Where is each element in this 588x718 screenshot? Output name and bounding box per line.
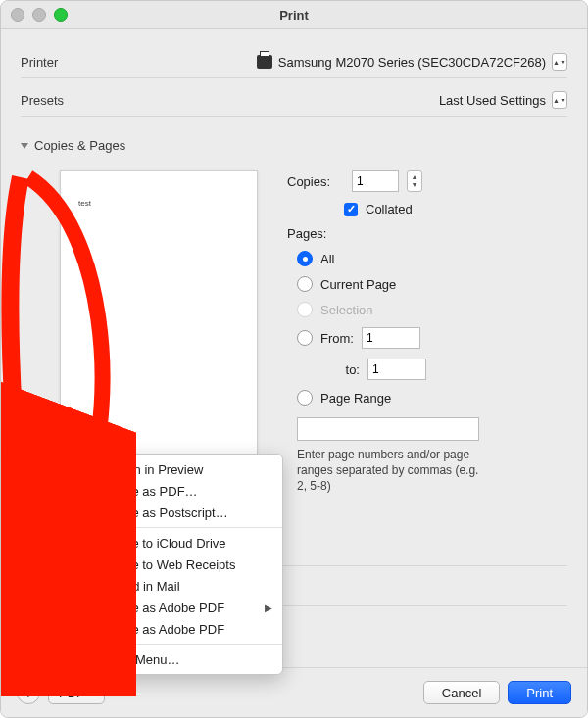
pages-selection-row: Selection: [297, 302, 567, 317]
chevron-down-icon: ⌄: [90, 688, 98, 697]
updown-arrows-icon: ▲▼: [552, 53, 567, 71]
pages-current-radio[interactable]: [297, 276, 313, 292]
pages-to-input[interactable]: [368, 359, 426, 380]
presets-label: Presets: [21, 93, 138, 108]
pages-range-input[interactable]: [297, 417, 479, 441]
titlebar: Print: [1, 1, 587, 29]
copies-stepper[interactable]: ▲▼: [407, 170, 422, 192]
pages-range-hint: Enter page numbers and/or page ranges se…: [297, 447, 483, 494]
printer-icon: [257, 55, 272, 69]
page-preview: test: [60, 170, 258, 456]
pages-all-row[interactable]: All: [297, 251, 567, 266]
pages-all-radio[interactable]: [297, 251, 313, 266]
prev-page-button[interactable]: ◀◀: [60, 475, 98, 497]
help-button[interactable]: ?: [17, 681, 40, 704]
pages-to-row: to:: [336, 359, 567, 380]
presets-popup[interactable]: Last Used Settings ▲▼: [138, 91, 567, 109]
menu-save-to-web-receipts[interactable]: Save to Web Receipts: [96, 553, 282, 575]
copies-row: Copies: ▲▼: [287, 170, 567, 192]
options-column: Copies: ▲▼ ✓ Collated Pages: All C: [287, 170, 567, 526]
pages-label: Pages:: [287, 226, 344, 241]
menu-save-as-postscript[interactable]: Save as Postscript…: [96, 502, 282, 523]
pdf-dropdown-menu: Open in Preview Save as PDF… Save as Pos…: [95, 454, 283, 675]
collated-checkbox[interactable]: ✓: [344, 203, 358, 216]
dialog-content: Printer Samsung M2070 Series (SEC30CDA72…: [1, 28, 587, 717]
cancel-button[interactable]: Cancel: [423, 681, 500, 704]
collated-label: Collated: [366, 202, 413, 216]
pages-range-row[interactable]: Page Range: [297, 390, 567, 406]
pages-current-row[interactable]: Current Page: [297, 276, 567, 292]
microsoft-section-title: Microsoft: [32, 574, 84, 589]
pages-range-label: Page Range: [320, 391, 391, 406]
disclosure-right-icon: [21, 577, 26, 585]
dialog-footer: ? PDF ⌄ Cancel Print: [1, 667, 587, 717]
menu-save-as-adobe-pdf-1[interactable]: Save as Adobe PDF ▶: [96, 597, 282, 618]
pages-selection-label: Selection: [320, 303, 372, 317]
pages-range-radio[interactable]: [297, 390, 313, 406]
presets-row: Presets Last Used Settings ▲▼: [21, 84, 567, 117]
updown-arrows-icon: ▲▼: [552, 91, 567, 109]
menu-save-as-adobe-pdf-2[interactable]: Save as Adobe PDF: [96, 618, 282, 640]
pages-label-row: Pages:: [287, 226, 567, 241]
pages-from-radio[interactable]: [297, 330, 313, 346]
submenu-arrow-icon: ▶: [265, 602, 272, 613]
copies-input[interactable]: [352, 170, 399, 192]
menu-send-in-mail[interactable]: Send in Mail: [96, 575, 282, 597]
pages-selection-radio: [297, 302, 313, 317]
pages-from-row[interactable]: From:: [297, 327, 567, 349]
window-title: Print: [1, 8, 587, 23]
disclosure-down-icon: [21, 143, 28, 149]
presets-value: Last Used Settings: [439, 93, 546, 108]
printer-row: Printer Samsung M2070 Series (SEC30CDA72…: [21, 46, 567, 78]
menu-save-as-pdf[interactable]: Save as PDF…: [96, 480, 282, 502]
menu-edit-menu[interactable]: Edit Menu…: [96, 648, 282, 670]
printer-popup[interactable]: Samsung M2070 Series (SEC30CDA72CF268) ▲…: [138, 53, 567, 71]
pdf-label: PDF: [59, 686, 84, 700]
menu-open-in-preview[interactable]: Open in Preview: [96, 458, 282, 480]
pages-to-label: to:: [336, 362, 360, 377]
copies-label: Copies:: [287, 174, 344, 189]
pages-current-label: Current Page: [320, 277, 396, 292]
pages-from-label: From:: [320, 331, 354, 346]
pdf-menu-button[interactable]: PDF ⌄: [48, 681, 105, 704]
preview-sample-text: test: [78, 199, 91, 208]
printer-value: Samsung M2070 Series (SEC30CDA72CF268): [278, 55, 546, 70]
pages-from-input[interactable]: [362, 327, 420, 349]
collated-row[interactable]: ✓ Collated: [344, 202, 567, 216]
copies-pages-title: Copies & Pages: [34, 138, 125, 153]
copies-pages-header[interactable]: Copies & Pages: [21, 138, 567, 153]
menu-save-to-icloud[interactable]: Save to iCloud Drive: [96, 532, 282, 553]
print-dialog-window: Print Printer Samsung M2070 Series (SEC3…: [0, 0, 588, 718]
pages-all-label: All: [320, 252, 334, 266]
printer-label: Printer: [21, 55, 138, 70]
print-button[interactable]: Print: [508, 681, 571, 704]
